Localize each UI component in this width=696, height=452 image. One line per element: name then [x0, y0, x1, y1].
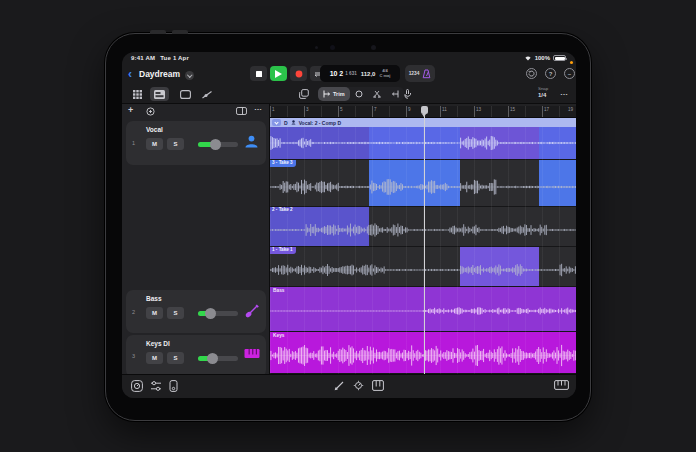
mute-button[interactable]: M — [146, 138, 163, 150]
bar-number: 7 — [374, 107, 377, 112]
take-lane-2[interactable]: 2 - Take 2 — [270, 207, 576, 247]
edit-tool-segmented-control: Trim — [318, 87, 404, 101]
snap-value: 1/4 — [538, 92, 548, 98]
take-label: 2 - Take 2 — [270, 207, 296, 214]
count-in-button[interactable]: 1234 — [409, 71, 420, 76]
track-header-more-button[interactable]: … — [254, 103, 263, 112]
split-tool-button[interactable] — [368, 87, 386, 101]
sensor-dot — [371, 45, 376, 50]
channel-strip-button[interactable] — [169, 380, 178, 392]
solo-button[interactable]: S — [167, 138, 184, 150]
plugins-knob-button[interactable] — [131, 380, 143, 392]
track-number: 1 — [132, 140, 135, 146]
loop-tool-button[interactable] — [350, 87, 368, 101]
take1-waveform — [270, 257, 576, 283]
take2-waveform — [270, 217, 576, 243]
smart-controls-button[interactable] — [353, 380, 364, 391]
front-camera — [330, 45, 335, 50]
track-header-bass[interactable]: 2 Bass M S — [126, 290, 266, 333]
battery-icon — [553, 55, 566, 61]
keys-waveform — [270, 341, 576, 370]
keys-region[interactable]: Keys — [270, 332, 576, 374]
lcd-display[interactable]: 10 2 1 631 112,0 4/4 C maj — [320, 65, 400, 82]
volume-slider[interactable] — [198, 311, 238, 316]
volume-down-button[interactable] — [172, 30, 188, 34]
hide-headers-icon[interactable] — [236, 107, 247, 115]
arrange-area: + … 1 Vocal M S — [122, 104, 576, 374]
mute-button[interactable]: M — [146, 352, 163, 364]
bass-region[interactable]: Bass — [270, 287, 576, 332]
comp-take-badge[interactable]: D — [284, 120, 288, 126]
view-tool-bar: Trim Snap — [122, 86, 576, 104]
key-signature: C maj — [379, 74, 390, 79]
pencil-edit-button[interactable] — [334, 380, 345, 391]
wifi-icon — [524, 55, 532, 61]
tempo-value: 112,0 — [361, 71, 376, 77]
track-name[interactable]: Keys DI — [146, 340, 170, 347]
volume-up-button[interactable] — [150, 30, 166, 34]
mixer-button[interactable] — [150, 380, 162, 392]
region-disclosure-caret[interactable] — [272, 119, 281, 126]
project-title[interactable]: Daydream — [139, 69, 180, 79]
bar-number: 1 — [272, 107, 275, 112]
take-lane-1[interactable]: 1 - Take 1 — [270, 247, 576, 287]
track-options-icon[interactable] — [146, 107, 155, 116]
more-tools-button[interactable]: … — [560, 88, 569, 97]
track-name[interactable]: Vocal — [146, 126, 163, 133]
trim-tool-button[interactable]: Trim — [318, 87, 350, 101]
bar-number: 11 — [442, 107, 447, 112]
volume-slider[interactable] — [198, 356, 238, 361]
mute-button[interactable]: M — [146, 307, 163, 319]
clock-time: 9:41 AM — [131, 55, 155, 61]
track-lanes: 1 3 5 7 9 11 13 15 17 19 D — [270, 104, 576, 374]
play-button[interactable] — [270, 66, 287, 81]
solo-button[interactable]: S — [167, 307, 184, 319]
status-bar: 9:41 AMTue 1 Apr 100% — [122, 52, 576, 64]
browser-view-button[interactable] — [128, 87, 147, 101]
project-menu-caret[interactable] — [185, 71, 194, 80]
minimize-button[interactable]: – — [564, 68, 575, 79]
snap-setting[interactable]: Snap 1/4 — [538, 86, 548, 98]
vocalist-icon — [244, 134, 259, 149]
record-button[interactable] — [290, 66, 307, 81]
track-header-keys[interactable]: 3 Keys DI M S — [126, 335, 266, 377]
bass-waveform — [270, 297, 576, 325]
battery-percent: 100% — [535, 55, 550, 61]
help-button[interactable]: ? — [545, 68, 556, 79]
stop-button[interactable] — [250, 66, 267, 81]
track-number: 3 — [132, 353, 135, 359]
tracks-view-button[interactable] — [150, 87, 169, 101]
control-bar: ‹ Daydream 10 2 1 631 112,0 — [122, 64, 576, 86]
bottom-bar — [122, 374, 576, 398]
track-header-vocal[interactable]: 1 Vocal M S — [126, 121, 266, 165]
back-chevron-button[interactable]: ‹ — [128, 66, 132, 82]
count-in-metronome-group[interactable]: 1234 — [405, 65, 435, 82]
play-surface-button[interactable] — [372, 380, 384, 391]
multi-select-gesture-button[interactable] — [398, 87, 417, 101]
take-lane-3[interactable]: 3 - Take 3 — [270, 160, 576, 207]
bar-number: 17 — [544, 107, 549, 112]
track-header-toolbar: + … — [122, 104, 269, 120]
duplicate-regions-button[interactable] — [294, 87, 313, 101]
region-inspector-button[interactable] — [176, 87, 195, 101]
region-label: Keys — [273, 333, 284, 338]
volume-slider[interactable] — [198, 142, 238, 147]
solo-button[interactable]: S — [167, 352, 184, 364]
playhead-position: 10 2 — [330, 70, 344, 77]
metronome-icon[interactable] — [422, 69, 431, 79]
automation-button[interactable] — [198, 87, 217, 101]
track-header-column: + … 1 Vocal M S — [122, 104, 270, 374]
comp-region-header[interactable]: D Vocal: 2 - Comp D — [270, 118, 576, 127]
track-name[interactable]: Bass — [146, 295, 162, 302]
track-number: 2 — [132, 309, 135, 315]
playhead-handle[interactable] — [421, 106, 428, 114]
add-track-button[interactable]: + — [128, 105, 133, 115]
undo-history-button[interactable] — [526, 68, 537, 79]
playhead-position-sub: 1 631 — [345, 71, 357, 76]
region-label: Bass — [273, 288, 284, 293]
bar-number: 19 — [568, 107, 573, 112]
playhead-line[interactable] — [424, 106, 425, 374]
vocalist-mini-icon — [291, 120, 296, 125]
vocal-comp-region[interactable]: D Vocal: 2 - Comp D — [270, 118, 576, 160]
onscreen-keyboard-button[interactable] — [554, 380, 569, 390]
